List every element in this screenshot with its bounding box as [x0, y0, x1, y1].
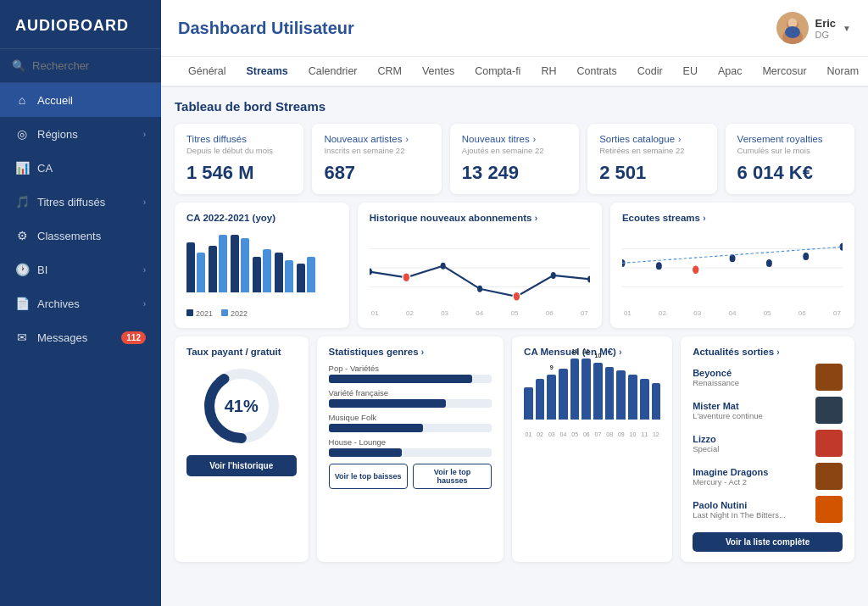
charts-row: CA 2022-2021 (yoy) 2021 2022 Histo — [175, 203, 854, 328]
bottom-row: Taux payant / gratuit 41% Voir l'histori… — [175, 336, 854, 562]
svg-point-8 — [370, 269, 372, 275]
genre-label-2: Musique Folk — [329, 413, 492, 422]
bar-2021-2 — [231, 235, 239, 292]
news-thumb-4 — [815, 496, 843, 523]
kpi-row: Titres diffusés Depuis le début du mois … — [175, 124, 854, 194]
kpi-value-versement-royalties: 6 014 K€ — [737, 162, 843, 184]
tab-eu[interactable]: EU — [673, 57, 708, 87]
abonnements-title: Historique nouveaux abonnements › — [370, 213, 590, 223]
ca-yoy-title: CA 2022-2021 (yoy) — [186, 213, 337, 223]
kpi-label-sorties-catalogue: Sorties catalogue › — [599, 134, 704, 144]
ecoutes-svg — [622, 230, 843, 306]
genre-bar-bg-3 — [329, 448, 492, 457]
ca-mensuel-x-labels: 010203040506070809101112 — [524, 431, 660, 437]
sidebar-item-bi[interactable]: 🕐BI› — [0, 253, 161, 286]
news-artist-1: Mister Mat — [693, 401, 810, 411]
tab-calendrier[interactable]: Calendrier — [298, 57, 368, 87]
kpi-sub-nouveaux-titres: Ajoutés en semaine 22 — [462, 146, 567, 155]
ca-bar-label-2: 9 — [550, 364, 554, 370]
sidebar-item-messages[interactable]: ✉Messages112 — [0, 320, 161, 354]
news-artist-4: Paolo Nutini — [693, 500, 810, 510]
top-hausses-btn[interactable]: Voir le top hausses — [413, 464, 492, 489]
kpi-label-nouveaux-artistes: Nouveaux artistes › — [324, 134, 429, 144]
tab-apac[interactable]: Apac — [708, 57, 753, 87]
sidebar-icon-classements: ⚙ — [15, 229, 29, 242]
bar-2021-5 — [297, 264, 305, 292]
tab-rh[interactable]: RH — [531, 57, 566, 87]
kpi-sub-nouveaux-artistes: Inscrits en semaine 22 — [324, 146, 429, 155]
news-item-3: Imagine Dragons Mercury - Act 2 — [693, 463, 843, 490]
taux-title: Taux payant / gratuit — [186, 347, 297, 357]
sidebar-item-ca[interactable]: 📊CA — [0, 151, 161, 185]
actualites-title: Actualités sorties › — [693, 347, 843, 357]
bar-group-1 — [209, 235, 227, 292]
kpi-nouveaux-titres: Nouveaux titres › Ajoutés en semaine 22 … — [450, 124, 579, 194]
kpi-sorties-catalogue: Sorties catalogue › Retirées en semaine … — [587, 124, 716, 194]
news-item-2: Lizzo Special — [693, 430, 843, 457]
genres-btn-row: Voir le top baisses Voir le top hausses — [329, 464, 492, 489]
sidebar-label-regions: Régions — [37, 128, 78, 141]
user-info[interactable]: Eric DG ▼ — [776, 12, 851, 44]
ca-bar-label-6: 10 — [595, 353, 602, 359]
taux-history-btn[interactable]: Voir l'historique — [186, 455, 297, 476]
arrow-icon-regions: › — [143, 130, 146, 139]
sidebar-item-titres[interactable]: 🎵Titres diffusés› — [0, 185, 161, 219]
svg-point-9 — [403, 273, 410, 282]
ca-x-label-0: 01 — [524, 431, 533, 437]
news-item-4: Paolo Nutini Last Night In The Bitters..… — [693, 496, 843, 523]
sidebar-label-archives: Archives — [37, 297, 80, 310]
kpi-arrow-${kpi.id}: › — [678, 135, 681, 144]
sidebar-item-accueil[interactable]: ⌂Accueil — [0, 83, 161, 117]
genre-bar-bg-1 — [329, 399, 492, 408]
genres-card: Statistiques genres › Pop - Variétés Var… — [317, 336, 504, 562]
sidebar-icon-accueil: ⌂ — [15, 93, 29, 107]
kpi-sub-titres-diffuses: Depuis le début du mois — [186, 146, 292, 155]
kpi-label-versement-royalties: Versement royalties — [737, 134, 843, 144]
svg-point-14 — [587, 276, 590, 283]
nav-tabs: GénéralStreamsCalendrierCRMVentesCompta-… — [161, 57, 868, 87]
genre-bar-bg-0 — [329, 375, 492, 383]
tab-streams[interactable]: Streams — [236, 57, 298, 87]
kpi-sub-versement-royalties: Cumulés sur le mois — [737, 146, 843, 155]
sidebar-item-classements[interactable]: ⚙Classements — [0, 219, 161, 253]
page-title: Dashboard Utilisateur — [178, 19, 354, 38]
news-list: Beyoncé Renaissance Mister Mat L'aventur… — [693, 364, 843, 523]
ca-x-label-7: 08 — [605, 431, 615, 437]
kpi-titres-diffuses: Titres diffusés Depuis le début du mois … — [175, 124, 303, 194]
genre-bar-fill-2 — [329, 424, 424, 432]
bar-group-3 — [253, 249, 271, 292]
genre-bar-bg-2 — [329, 424, 492, 432]
ca-yoy-legend: 2021 2022 — [186, 309, 337, 318]
tab-contrats[interactable]: Contrats — [566, 57, 626, 87]
ca-bar-label-5: 11 — [583, 348, 590, 354]
ecoutes-title: Ecoutes streams › — [622, 213, 843, 223]
ca-mensuel-title: CA Mensuel (en M€) › — [524, 347, 660, 357]
search-input[interactable] — [32, 59, 149, 72]
sidebar-search[interactable]: 🔍 — [0, 49, 161, 83]
ca-bar-11 — [652, 383, 661, 420]
ca-bar-2: 9 — [547, 375, 556, 420]
tab-mercosur[interactable]: Mercosur — [752, 57, 816, 87]
ecoutes-chart-wrap: 01020304050607 — [622, 230, 843, 306]
tab-crm[interactable]: CRM — [368, 57, 412, 87]
svg-point-13 — [551, 272, 556, 279]
news-list-btn[interactable]: Voir la liste complète — [693, 532, 843, 552]
arrow-icon-bi: › — [143, 265, 146, 275]
sidebar-item-regions[interactable]: ◎Régions› — [0, 117, 161, 151]
tab-general[interactable]: Général — [178, 57, 236, 87]
svg-point-20 — [692, 265, 699, 275]
tab-ventes[interactable]: Ventes — [412, 57, 465, 87]
tab-codir[interactable]: Codir — [627, 57, 673, 87]
tab-compta[interactable]: Compta-fi — [465, 57, 531, 87]
tab-noram[interactable]: Noram — [817, 57, 868, 87]
svg-point-21 — [729, 254, 735, 262]
sidebar-item-archives[interactable]: 📄Archives› — [0, 286, 161, 320]
kpi-label-titres-diffuses: Titres diffusés — [186, 134, 292, 144]
chevron-down-icon[interactable]: ▼ — [843, 24, 851, 33]
user-role: DG — [815, 30, 837, 40]
kpi-value-nouveaux-titres: 13 249 — [462, 162, 567, 184]
sidebar-icon-archives: 📄 — [15, 297, 29, 310]
sidebar-icon-bi: 🕐 — [15, 263, 29, 276]
top-baisses-btn[interactable]: Voir le top baisses — [329, 464, 408, 489]
actualites-card: Actualités sorties › Beyoncé Renaissance… — [681, 336, 854, 562]
